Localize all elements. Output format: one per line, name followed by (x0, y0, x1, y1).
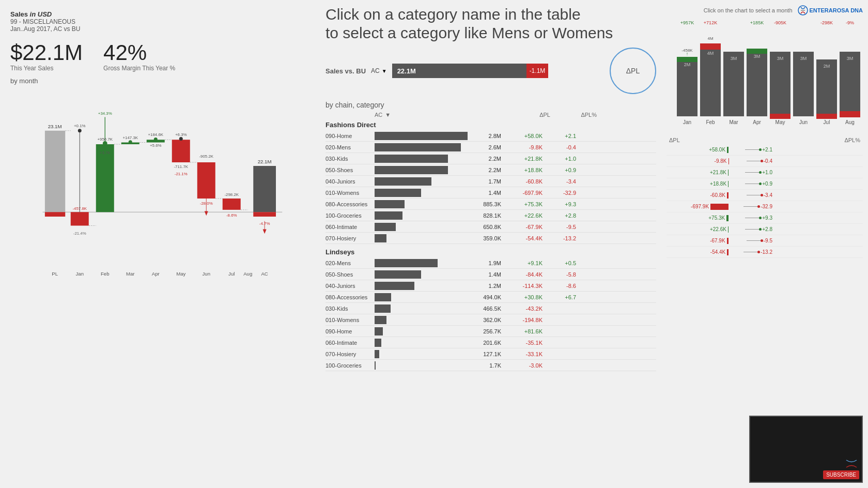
cat-label: 040-Juniors (326, 283, 375, 289)
subscribe-button[interactable]: SUBSCRIBE (823, 470, 859, 479)
cat-value: 127.1K (478, 351, 504, 357)
svg-text:Apr: Apr (152, 271, 160, 277)
svg-rect-79 (723, 52, 744, 116)
cat-delta: -35.1K (504, 340, 545, 346)
cat-bar-container (375, 234, 478, 242)
table-row[interactable]: 060-Intimate 201.6K -35.1K (326, 337, 656, 348)
cat-label: 090-Home (326, 328, 375, 334)
cat-bar-container (375, 155, 478, 163)
cat-bar (375, 143, 461, 151)
date-label: Jan..Aug 2017, AC vs BU (10, 25, 310, 33)
cat-label: 080-Accessories (326, 294, 375, 300)
table-row[interactable]: 060-Intimate 650.8K -67.9K -9.5 (326, 221, 656, 233)
delta-bar-row: -9.8K-0.4 (667, 156, 863, 167)
dna-icon (798, 5, 808, 16)
table-row[interactable]: 010-Womens 362.0K -194.8K (326, 314, 656, 326)
cat-label: 020-Mens (326, 144, 375, 150)
cat-value: 466.5K (478, 306, 504, 312)
middle-panel: Click on a category name in the table to… (320, 0, 661, 488)
cat-label: 050-Shoes (326, 271, 375, 278)
header-area: Click on a category name in the table to… (326, 5, 656, 42)
cat-bar-container (375, 339, 478, 347)
svg-text:-905.2K: -905.2K (199, 154, 213, 159)
svg-text:3M: 3M (731, 56, 737, 61)
ac-dropdown-label[interactable]: AC (371, 67, 380, 74)
svg-text:-21.1%: -21.1% (175, 172, 188, 176)
cat-value: 1.7M (478, 178, 504, 185)
svg-rect-82 (747, 52, 767, 116)
cat-bar-container (375, 293, 478, 301)
cat-bar (375, 166, 448, 174)
table-row[interactable]: 030-Kids 466.5K -43.2K (326, 303, 656, 314)
table-row[interactable]: 050-Shoes 1.4M -84.4K -5.8 (326, 269, 656, 280)
svg-text:22.1M: 22.1M (258, 159, 272, 164)
cat-delta-pct: -5.8 (545, 271, 576, 278)
delta-bar-row: +18.8K+0.9 (667, 178, 863, 190)
cat-delta: -697.9K (504, 190, 545, 196)
cat-label: 030-Kids (326, 306, 375, 312)
table-row[interactable]: 020-Mens 1.9M +9.1K +0.5 (326, 257, 656, 269)
delta-pl-circle: ΔPL (610, 48, 656, 94)
table-row[interactable]: 040-Juniors 1.2M -114.3K -8.6 (326, 280, 656, 292)
table-row[interactable]: 030-Kids 2.2M +21.8K +1.0 (326, 153, 656, 164)
delta-bar-row: -67.9K-9.5 (667, 235, 863, 247)
cat-bar (375, 155, 448, 163)
svg-rect-59 (45, 212, 65, 217)
cat-delta: -3.0K (504, 362, 545, 369)
svg-text:+956.7K: +956.7K (98, 137, 113, 142)
svg-rect-71 (677, 57, 698, 62)
table-row[interactable]: 100-Groceries 1.7K -3.0K (326, 360, 656, 371)
fashions-right-bars: +58.0K+2.1-9.8K-0.4+21.8K+1.0+18.8K+0.9-… (667, 144, 863, 258)
table-row[interactable]: 040-Juniors 1.7M -60.8K -3.4 (326, 176, 656, 187)
cat-delta: -54.4K (504, 235, 545, 241)
table-row[interactable]: 090-Home 2.8M +58.0K +2.1 (326, 130, 656, 142)
cat-delta: +22.6K (504, 212, 545, 219)
cat-value: 359.0K (478, 235, 504, 241)
cat-delta-pct: -3.4 (545, 178, 576, 185)
table-row[interactable]: 050-Shoes 2.2M +18.8K +0.9 (326, 164, 656, 176)
svg-text:Aug: Aug (243, 271, 252, 277)
svg-text:4M: 4M (707, 51, 714, 56)
table-row[interactable]: 100-Groceries 828.1K +22.6K +2.8 (326, 210, 656, 221)
sales-kpi: $22.1M This Year Sales (10, 42, 83, 72)
table-row[interactable]: 020-Mens 2.6M -9.8K -0.4 (326, 142, 656, 153)
cat-delta-pct: -13.2 (545, 235, 576, 241)
cat-bar (375, 270, 421, 279)
svg-rect-53 (253, 166, 276, 212)
cat-bar (375, 361, 376, 370)
table-row[interactable]: 080-Accessories 494.0K +30.8K +6.7 (326, 292, 656, 303)
svg-text:Apr: Apr (753, 119, 761, 125)
table-row[interactable]: 010-Womens 1.4M -697.9K -32.9 (326, 187, 656, 199)
click-month-label: Click on the chart to select a month (704, 7, 793, 13)
cat-label: 090-Home (326, 133, 375, 139)
svg-text:+3.7K: +3.7K (100, 150, 111, 155)
table-row[interactable]: 070-Hosiery 359.0K -54.4K -13.2 (326, 233, 656, 244)
cat-value: 2.6M (478, 144, 504, 150)
logo-area: ENTERAROSA DNA (798, 5, 863, 16)
svg-text:Mar: Mar (126, 271, 135, 277)
svg-text:23.1M: 23.1M (48, 124, 62, 129)
svg-rect-83 (747, 49, 767, 54)
monthly-bar-chart[interactable]: +957K +712K +185K -905K -298K -9% ↑ Jan … (667, 18, 863, 132)
svg-text:May: May (776, 119, 785, 125)
cat-bar-container (375, 316, 478, 324)
cat-bar (375, 316, 386, 324)
waterfall-chart[interactable]: 23.1M PL -457.8K -21.4% +0.1% Jan +34.3% (10, 90, 310, 483)
table-row[interactable]: 080-Accessories 885.3K +75.3K +9.3 (326, 199, 656, 210)
svg-rect-97 (840, 52, 860, 116)
cat-value: 1.4M (478, 190, 504, 196)
svg-text:Jan: Jan (76, 271, 84, 277)
cat-bar-container (375, 282, 478, 290)
svg-rect-70 (677, 59, 698, 116)
cat-delta: -33.1K (504, 351, 545, 357)
cat-bar (375, 293, 391, 301)
svg-text:3M: 3M (754, 54, 761, 59)
svg-text:+957K: +957K (680, 20, 694, 25)
cat-label: 050-Shoes (326, 167, 375, 173)
cat-value: 1.2M (478, 283, 504, 289)
table-row[interactable]: 090-Home 256.7K +81.6K (326, 326, 656, 337)
table-row[interactable]: 070-Hosiery 127.1K -33.1K (326, 348, 656, 360)
cat-delta-pct: +2.1 (545, 133, 576, 139)
svg-text:-711.7K: -711.7K (174, 164, 188, 169)
svg-rect-47 (223, 199, 241, 210)
